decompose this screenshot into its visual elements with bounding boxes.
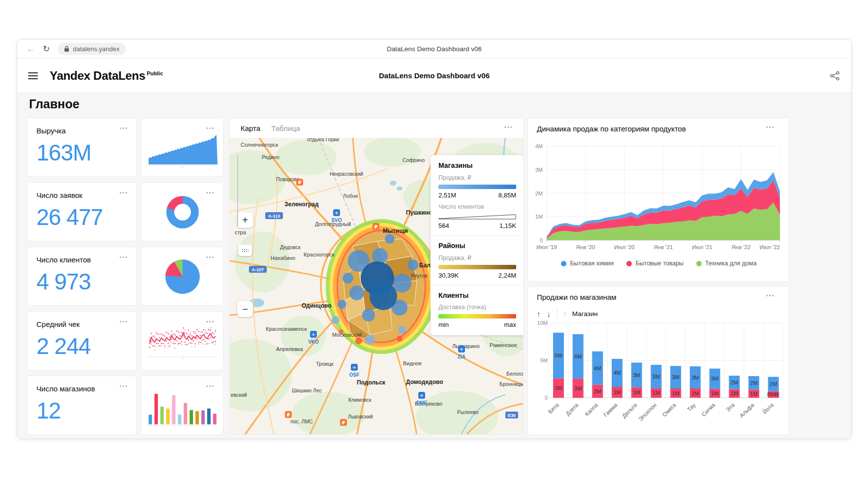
dynamics-chart-card: Динамика продаж по категориям продуктов … bbox=[527, 118, 789, 282]
svg-text:5M: 5M bbox=[540, 357, 548, 363]
ruler-icon bbox=[242, 249, 248, 253]
svg-text:Каппа: Каппа bbox=[584, 402, 599, 417]
card-menu-icon[interactable]: ••• bbox=[120, 384, 128, 389]
lock-icon bbox=[64, 46, 69, 52]
map-city-label: Московский bbox=[332, 332, 362, 338]
svg-text:₽: ₽ bbox=[298, 180, 302, 185]
svg-text:VKO: VKO bbox=[308, 339, 319, 345]
legend-item[interactable]: Бытовая химия bbox=[561, 260, 614, 267]
browser-window: ← ↻ datalens.yandex DataLens Demo Dashbo… bbox=[17, 39, 852, 439]
map-card: Карта Таблица ••• bbox=[229, 118, 524, 435]
legend-item[interactable]: Бытовые товары bbox=[626, 260, 683, 267]
svg-text:₽: ₽ bbox=[374, 224, 378, 229]
sort-asc-icon[interactable]: ↑ bbox=[537, 310, 541, 318]
sort-controls: ↑ ↓ / Магазин bbox=[537, 308, 598, 319]
svg-text:Омега: Омега bbox=[661, 402, 678, 418]
svg-text:1M: 1M bbox=[750, 391, 757, 397]
legend-min: min bbox=[438, 321, 449, 328]
svg-text:2M: 2M bbox=[750, 380, 757, 386]
zoom-in-button[interactable]: + bbox=[237, 212, 253, 228]
map-city-label: Рылеево bbox=[457, 409, 479, 415]
mini-chart-card-stores-bars: ••• bbox=[141, 376, 223, 435]
svg-text:0: 0 bbox=[540, 237, 543, 243]
card-menu-icon[interactable]: ••• bbox=[120, 255, 128, 260]
divider bbox=[557, 309, 558, 319]
svg-text:2M: 2M bbox=[770, 381, 777, 387]
dashboard-content: Главное Выручка ••• 163M Число заявок ••… bbox=[17, 93, 851, 439]
stores-bar-chart[interactable] bbox=[146, 383, 219, 430]
map-legend-panel: Магазины Продажа, ₽ 2,51M 8,85M Число кл… bbox=[431, 155, 524, 335]
svg-text:✈: ✈ bbox=[460, 347, 464, 352]
map-city-label: Реутов bbox=[411, 273, 428, 279]
sort-desc-icon[interactable]: ↓ bbox=[547, 310, 551, 318]
tab-table[interactable]: Таблица bbox=[271, 124, 300, 132]
map-city-label: Нахабино bbox=[271, 255, 295, 261]
svg-text:3M: 3M bbox=[574, 385, 582, 391]
svg-text:✈: ✈ bbox=[352, 365, 356, 370]
menu-burger-icon[interactable] bbox=[28, 72, 38, 79]
zoom-slider-track[interactable] bbox=[237, 155, 238, 226]
card-menu-icon[interactable]: ••• bbox=[504, 125, 513, 130]
mini-chart-card-orders-donut: ••• bbox=[141, 182, 223, 241]
mini-chart-card-revenue-trend: ••• bbox=[141, 118, 223, 177]
card-menu-icon[interactable]: ••• bbox=[766, 293, 775, 298]
svg-text:Эпсилон: Эпсилон bbox=[637, 402, 657, 422]
address-bar[interactable]: datalens.yandex bbox=[58, 43, 126, 55]
map-city-label: Зеленоград bbox=[284, 201, 319, 208]
map-city-label: евский bbox=[231, 392, 247, 398]
shops-chart-card: Продажи по магазинам ••• ↑ ↓ / Магазин 1… bbox=[527, 286, 789, 435]
reload-icon[interactable]: ↻ bbox=[43, 45, 50, 53]
brand-logo[interactable]: Yandex DataLensPublic bbox=[50, 69, 163, 83]
svg-text:Июл '20: Июл '20 bbox=[614, 244, 635, 250]
legend-section-title: Районы bbox=[438, 242, 516, 250]
svg-text:Дельта: Дельта bbox=[621, 402, 638, 419]
svg-text:2M: 2M bbox=[535, 191, 543, 196]
zoom-out-button[interactable]: − bbox=[237, 301, 253, 317]
map-city-label: Солнечногорск bbox=[241, 142, 278, 148]
svg-text:3M: 3M bbox=[691, 375, 699, 381]
back-icon[interactable]: ← bbox=[26, 44, 35, 53]
kpi-card-stores: Число магазинов ••• 12 bbox=[27, 376, 137, 435]
clients-pie-chart[interactable] bbox=[165, 259, 200, 294]
svg-text:3M: 3M bbox=[711, 376, 718, 382]
svg-text:Июл '22: Июл '22 bbox=[759, 244, 780, 250]
share-icon[interactable] bbox=[830, 71, 840, 81]
kpi-card-avg-check: Средний чек ••• 2 244 bbox=[27, 311, 137, 370]
svg-text:Янв '22: Янв '22 bbox=[732, 244, 751, 250]
svg-text:3M: 3M bbox=[652, 374, 660, 380]
legend-gradient-clients bbox=[438, 314, 516, 319]
tab-map[interactable]: Карта bbox=[241, 124, 260, 132]
avg-check-line-chart[interactable] bbox=[146, 319, 219, 365]
svg-text:1M: 1M bbox=[613, 389, 620, 395]
breadcrumb-magazin[interactable]: Магазин bbox=[572, 310, 598, 318]
svg-text:3M: 3M bbox=[535, 167, 543, 173]
revenue-sparkline-chart[interactable] bbox=[146, 125, 219, 172]
shops-stacked-bar-chart[interactable]: 10M5M03M6MБета3M6MДзета2M4MКаппа1M4MГамм… bbox=[528, 319, 790, 435]
ruler-button[interactable] bbox=[238, 245, 252, 256]
legend-section-title: Магазины bbox=[438, 161, 516, 169]
svg-text:6M: 6M bbox=[555, 352, 562, 358]
svg-text:✈: ✈ bbox=[335, 211, 339, 216]
card-menu-icon[interactable]: ••• bbox=[120, 319, 128, 324]
map-city-label: отдыха Горки bbox=[307, 138, 339, 142]
card-menu-icon[interactable]: ••• bbox=[120, 126, 128, 131]
legend-range: 2,51M 8,85M bbox=[438, 192, 516, 199]
svg-text:✈: ✈ bbox=[420, 393, 424, 398]
card-menu-icon[interactable]: ••• bbox=[766, 125, 775, 130]
kpi-value: 163M bbox=[36, 139, 127, 166]
map-city-label: Белоозё bbox=[506, 371, 524, 377]
legend-range: min max bbox=[438, 321, 516, 328]
svg-text:6M: 6M bbox=[574, 353, 582, 359]
svg-text:1M: 1M bbox=[672, 390, 680, 396]
map-city-label: пос. ЛМС bbox=[290, 418, 313, 424]
browser-chrome: ← ↻ datalens.yandex DataLens Demo Dashbo… bbox=[17, 39, 851, 59]
kpi-label: Выручка bbox=[36, 127, 127, 135]
legend-item[interactable]: Техника для дома bbox=[696, 260, 757, 267]
orders-donut-chart[interactable] bbox=[166, 196, 199, 228]
svg-text:1M: 1M bbox=[535, 214, 543, 220]
svg-text:1M: 1M bbox=[633, 389, 640, 395]
svg-text:Альфа: Альфа bbox=[739, 402, 756, 419]
card-menu-icon[interactable]: ••• bbox=[120, 191, 128, 195]
map-city-label: Видное bbox=[403, 360, 422, 366]
dynamics-stacked-area-chart[interactable]: 4M3M2M1M0Июл '19Янв '20Июл '20Янв '21Июл… bbox=[528, 138, 790, 258]
